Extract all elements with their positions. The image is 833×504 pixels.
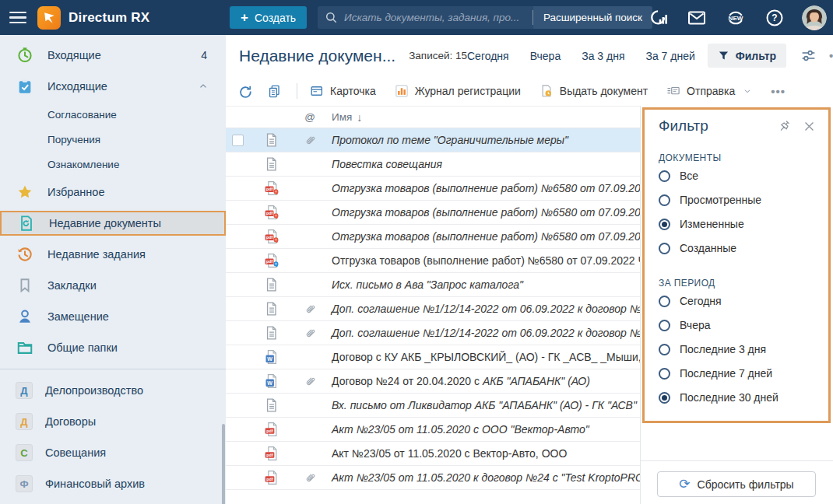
pdf-icon: pdf <box>264 470 279 485</box>
quick-filter[interactable]: Вчера <box>530 50 561 62</box>
document-name: Акт №23/05 от 11.05.2020 с ООО "Вектор-А… <box>332 423 589 436</box>
reset-filters-button[interactable]: ⟳ Сбросить фильтры <box>657 471 816 497</box>
directum-logo-icon[interactable] <box>37 6 61 30</box>
svg-text:pdf: pdf <box>266 259 273 264</box>
sidebar-subitem[interactable]: Ознакомление <box>0 152 226 177</box>
sidebar-item-inbox[interactable]: Входящие4 <box>0 40 226 71</box>
sidebar-module-3[interactable]: ССовещания <box>0 437 226 468</box>
toolbar-button-send[interactable]: Отправка <box>666 84 752 98</box>
filter-option[interactable]: Созданные <box>659 236 816 260</box>
radio-button[interactable] <box>659 296 670 307</box>
radio-button[interactable] <box>659 243 670 254</box>
sidebar-item-bookmark[interactable]: Закладки <box>0 270 226 301</box>
filter-option[interactable]: Сегодня <box>659 289 816 313</box>
doc-icon <box>264 397 279 413</box>
row-checkbox[interactable] <box>232 135 244 146</box>
filter-option[interactable]: Все <box>659 164 816 187</box>
module-letter-icon: Д <box>16 413 33 430</box>
svg-text:pdf: pdf <box>266 187 273 191</box>
sidebar-item-star[interactable]: Избранное <box>0 177 226 208</box>
substitution-icon <box>16 308 34 325</box>
module-label: Совещания <box>45 446 106 459</box>
view-settings-icon[interactable] <box>800 47 817 64</box>
filter-option-label: Созданные <box>680 242 736 254</box>
advanced-search-button[interactable]: Расширенный поиск <box>533 6 652 29</box>
filter-option[interactable]: Последние 30 дней <box>659 386 816 409</box>
send-icon <box>666 84 680 98</box>
sidebar-item-outbox[interactable]: Исходящие <box>0 71 226 102</box>
document-name: Договор №24 от 20.04.2020 с <box>332 375 483 387</box>
radio-button[interactable] <box>659 368 670 380</box>
toolbar-more-icon[interactable]: ••• <box>771 85 786 98</box>
paperclip-icon <box>304 303 317 316</box>
help-icon[interactable]: ? <box>765 9 784 27</box>
sidebar-module-2[interactable]: ДДоговоры <box>0 406 226 437</box>
filter-option[interactable]: Вчера <box>659 313 816 337</box>
paperclip-icon <box>304 471 317 485</box>
filter-option-label: Вчера <box>680 319 711 331</box>
quick-filter[interactable]: За 3 дня <box>582 50 624 62</box>
radio-button[interactable] <box>659 344 670 355</box>
quick-filter[interactable]: Сегодня <box>467 50 509 62</box>
funnel-icon <box>718 50 729 61</box>
refresh-icon[interactable] <box>237 84 252 99</box>
radio-button[interactable] <box>659 320 670 331</box>
filter-option[interactable]: Измененные <box>659 212 816 236</box>
svg-text:NEW: NEW <box>729 15 743 22</box>
close-icon[interactable] <box>803 120 816 133</box>
radio-button[interactable] <box>659 194 670 206</box>
document-name: Отгрузка товаров (выполнение работ) №658… <box>332 206 652 219</box>
radio-button[interactable] <box>659 392 670 404</box>
sidebar-divider <box>0 369 226 369</box>
filter-option-label: Сегодня <box>680 295 722 307</box>
filter-highlight-box: Фильтр ДОКУМЕНТЫВсеПросмотренныеИзмененн… <box>642 107 831 423</box>
document-name: Протокол по теме "Ограничительные меры" <box>332 134 568 146</box>
header-more-icon[interactable]: ••• <box>829 49 833 62</box>
filter-option[interactable]: Последние 3 дня <box>659 338 816 361</box>
toolbar-button-issue[interactable]: Выдать документ <box>540 84 648 98</box>
create-button[interactable]: + Создать <box>230 6 307 29</box>
sidebar: Входящие4ИсходящиеСогласованиеПорученияО… <box>0 35 226 504</box>
sort-descending-icon: ↓ <box>357 111 362 124</box>
filter-option[interactable]: Просмотренные <box>659 188 816 212</box>
filter-option-label: Измененные <box>680 218 744 230</box>
quick-filter[interactable]: За 7 дней <box>645 50 694 62</box>
column-attachment[interactable]: @ <box>294 111 325 123</box>
svg-text:pdf: pdf <box>266 211 273 215</box>
sidebar-item-recent-tasks[interactable]: Недавние задания <box>0 239 226 270</box>
sidebar-item-label: Замещение <box>47 310 109 323</box>
toolbar-button-label: Журнал регистрации <box>415 85 521 97</box>
sidebar-item-recent-docs[interactable]: Недавние документы <box>0 211 226 236</box>
search-input[interactable] <box>338 12 532 23</box>
sidebar-scrollbar[interactable] <box>222 424 225 504</box>
sidebar-item-shared-folders[interactable]: Общие папки <box>0 332 226 363</box>
sidebar-module-4[interactable]: ФФинансовый архив <box>0 468 226 499</box>
chevron-up-icon[interactable] <box>198 81 209 92</box>
sidebar-item-label: Закладки <box>47 279 97 292</box>
toolbar-button-journal[interactable]: Журнал регистрации <box>395 84 521 98</box>
mail-icon[interactable] <box>687 9 706 26</box>
filter-section-label: ЗА ПЕРИОД <box>659 278 816 289</box>
search-bar: Расширенный поиск <box>318 6 652 29</box>
pdf-icon: pdf <box>264 446 279 461</box>
radio-button[interactable] <box>659 219 670 230</box>
filter-button[interactable]: Фильтр <box>708 44 786 68</box>
svg-text:?: ? <box>771 12 777 23</box>
sidebar-subitem[interactable]: Поручения <box>0 127 226 152</box>
sidebar-module-1[interactable]: ДДелопроизводство <box>0 375 226 406</box>
shared-folders-icon <box>16 339 34 356</box>
filter-option[interactable]: Последние 7 дней <box>659 362 816 385</box>
copy-icon[interactable] <box>267 84 282 99</box>
toolbar-button-card[interactable]: Карточка <box>310 84 376 98</box>
document-name: Отгрузка товаров (выполнение работ) №658… <box>332 230 652 243</box>
sidebar-subitem[interactable]: Согласование <box>0 102 226 127</box>
user-avatar[interactable] <box>802 5 827 30</box>
hamburger-menu-icon[interactable] <box>9 9 26 26</box>
records-count: Записей: 15 <box>409 50 467 61</box>
sidebar-item-substitution[interactable]: Замещение <box>0 301 226 332</box>
radio-button[interactable] <box>659 170 670 182</box>
toolbar-button-label: Выдать документ <box>560 85 648 97</box>
whats-new-icon[interactable]: NEW <box>724 8 747 28</box>
activity-stats-icon[interactable] <box>650 9 670 26</box>
pin-icon[interactable] <box>777 119 792 134</box>
